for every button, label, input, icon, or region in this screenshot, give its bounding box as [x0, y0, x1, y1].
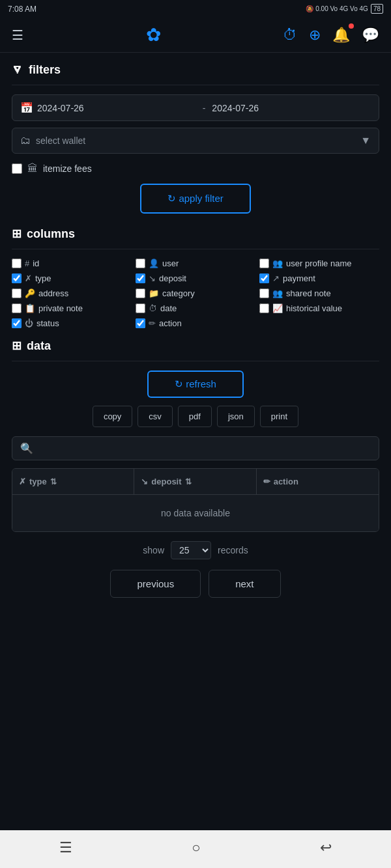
col-status-label: status [36, 318, 59, 328]
col-date-checkbox[interactable] [136, 303, 145, 313]
columns-icon: ⊞ [12, 227, 22, 241]
next-button[interactable]: next [209, 570, 280, 598]
main-content: ⛛ filters 📅 - 🗂 select wallet ▼ 🏛 itemiz… [0, 53, 391, 830]
col-type-icon: ✗ [25, 273, 32, 283]
col-type-checkbox[interactable] [12, 273, 22, 283]
table-header-row: ✗ type ⇅ ↘ deposit ⇅ ✏ action [12, 469, 379, 495]
col-histvalue-checkbox[interactable] [259, 303, 269, 313]
print-button[interactable]: print [260, 406, 298, 427]
col-item-deposit: ↘ deposit [136, 273, 255, 283]
itemize-fees-checkbox[interactable] [12, 163, 22, 174]
filter-icon: ⛛ [12, 63, 23, 77]
history-icon[interactable]: ⏱ [283, 27, 297, 44]
col-address-icon: 🔑 [25, 288, 35, 298]
col-item-action: ✏ action [136, 318, 255, 328]
data-label: data [27, 339, 51, 353]
itemize-fees-row: 🏛 itemize fees [12, 163, 379, 175]
add-icon[interactable]: ⊕ [309, 27, 321, 44]
col-status-checkbox[interactable] [12, 318, 22, 328]
col-userprofile-label: user profile name [286, 259, 351, 268]
notification-badge [349, 23, 354, 29]
deposit-sort-icon[interactable]: ⇅ [185, 477, 192, 486]
col-deposit-checkbox[interactable] [136, 273, 145, 283]
search-input[interactable] [38, 443, 371, 454]
json-button[interactable]: json [217, 406, 255, 427]
col-sharednote-label: shared note [286, 288, 331, 298]
col-privatenote-label: private note [38, 303, 83, 313]
apply-filter-button[interactable]: ↻ apply filter [140, 184, 251, 214]
col-action-header-label: action [274, 477, 298, 486]
pagination-nav-row: previous next [12, 570, 379, 598]
calendar-icon: 📅 [20, 102, 33, 114]
col-userprofile-icon: 👥 [272, 259, 283, 268]
col-userprofile-checkbox[interactable] [259, 259, 269, 268]
refresh-button[interactable]: ↻ refresh [147, 371, 244, 398]
table-header-type[interactable]: ✗ type ⇅ [12, 469, 134, 494]
itemize-fees-icon: 🏛 [27, 163, 38, 175]
no-data-label: no data available [161, 508, 230, 518]
bottom-menu-icon[interactable]: ☰ [59, 839, 72, 856]
col-item-type: ✗ type [12, 273, 132, 283]
csv-button[interactable]: csv [138, 406, 173, 427]
col-user-checkbox[interactable] [136, 259, 145, 268]
filters-divider [12, 85, 379, 85]
wallet-select-row[interactable]: 🗂 select wallet ▼ [12, 128, 379, 154]
col-action-label: action [159, 318, 182, 328]
pdf-button[interactable]: pdf [178, 406, 212, 427]
col-privatenote-checkbox[interactable] [12, 303, 22, 313]
col-category-checkbox[interactable] [136, 288, 145, 298]
col-action-header-icon: ✏ [263, 477, 270, 486]
col-item-id: # id [12, 259, 132, 268]
wallet-chevron-icon: ▼ [360, 135, 371, 147]
pagination-records-row: show 10 25 50 100 records [12, 541, 379, 559]
col-item-address: 🔑 address [12, 288, 132, 298]
col-id-checkbox[interactable] [12, 259, 22, 268]
col-sharednote-icon: 👥 [272, 288, 283, 298]
menu-icon[interactable]: ☰ [12, 27, 23, 43]
col-action-checkbox[interactable] [136, 318, 145, 328]
col-type-header-icon: ✗ [19, 477, 26, 486]
col-payment-icon: ↗ [272, 273, 280, 283]
col-address-label: address [38, 288, 68, 298]
records-per-page-select[interactable]: 10 25 50 100 [171, 541, 211, 559]
col-id-label: id [33, 259, 39, 268]
col-category-icon: 📁 [149, 288, 159, 298]
table-header-deposit[interactable]: ↘ deposit ⇅ [134, 469, 256, 494]
logo-icon[interactable]: ✿ [146, 24, 161, 46]
data-section: ⊞ data ↻ refresh copy csv pdf json print… [12, 339, 379, 598]
show-label: show [143, 545, 164, 555]
col-date-icon: ⏱ [149, 303, 157, 313]
col-address-checkbox[interactable] [12, 288, 22, 298]
chat-icon[interactable]: 💬 [362, 27, 379, 44]
search-icon: 🔍 [20, 442, 33, 455]
date-range-row: 📅 - [12, 94, 379, 121]
type-sort-icon[interactable]: ⇅ [50, 477, 57, 486]
date-from-input[interactable] [37, 103, 196, 113]
col-item-userprofile: 👥 user profile name [259, 259, 379, 268]
wallet-select[interactable]: select wallet [36, 135, 355, 146]
bottom-home-icon[interactable]: ○ [192, 839, 200, 856]
search-row: 🔍 [12, 436, 379, 460]
notification-icon[interactable]: 🔔 [332, 27, 350, 44]
top-nav: ☰ ✿ ⏱ ⊕ 🔔 💬 [0, 18, 391, 53]
col-date-label: date [160, 303, 177, 313]
network-icons: 🔕 0.00 Vo 4G Vo 4G [306, 5, 368, 12]
col-payment-checkbox[interactable] [259, 273, 269, 283]
date-to-input[interactable] [212, 103, 371, 113]
col-item-user: 👤 user [136, 259, 255, 268]
records-label: records [218, 545, 248, 555]
data-table: ✗ type ⇅ ↘ deposit ⇅ ✏ action no data av… [12, 468, 379, 532]
col-histvalue-icon: 📈 [272, 303, 283, 313]
col-deposit-header-icon: ↘ [141, 477, 148, 486]
columns-header: ⊞ columns [12, 227, 379, 241]
columns-grid: # id 👤 user 👥 user profile name ✗ type [12, 259, 379, 328]
previous-button[interactable]: previous [110, 570, 201, 598]
table-header-action: ✏ action [257, 469, 379, 494]
col-user-icon: 👤 [149, 259, 159, 268]
data-header: ⊞ data [12, 339, 379, 353]
col-sharednote-checkbox[interactable] [259, 288, 269, 298]
columns-divider [12, 249, 379, 249]
bottom-back-icon[interactable]: ↩ [320, 839, 332, 856]
top-nav-icons: ⏱ ⊕ 🔔 💬 [283, 27, 379, 44]
copy-button[interactable]: copy [93, 406, 132, 427]
